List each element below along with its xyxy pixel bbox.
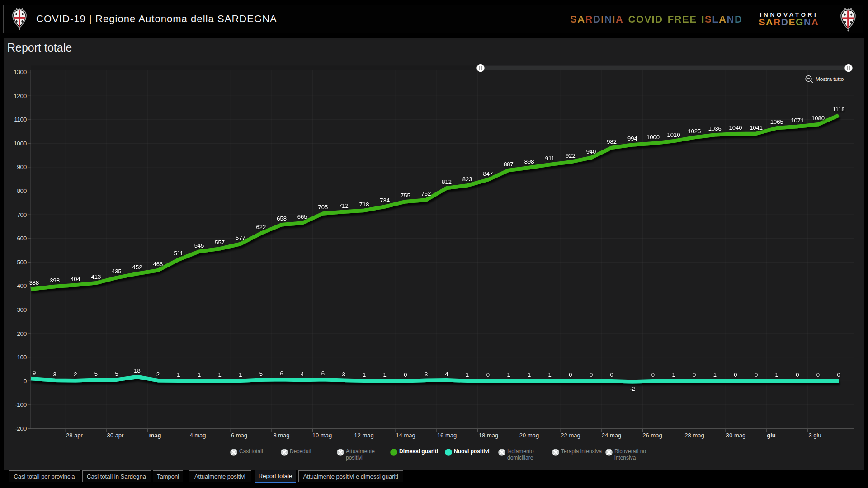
svg-text:900: 900 [17,164,27,170]
svg-text:10 mag: 10 mag [312,432,332,439]
svg-text:0: 0 [610,371,613,378]
svg-text:1000: 1000 [14,140,27,147]
svg-text:300: 300 [17,306,27,313]
svg-text:734: 734 [380,197,390,204]
svg-text:2: 2 [74,371,77,378]
svg-text:557: 557 [215,239,225,246]
svg-text:940: 940 [586,148,596,155]
svg-text:762: 762 [421,190,431,197]
svg-text:1: 1 [528,371,531,378]
svg-text:3: 3 [342,371,345,378]
svg-text:22 mag: 22 mag [561,432,580,439]
svg-text:26 mag: 26 mag [642,432,662,439]
svg-text:823: 823 [462,176,472,183]
svg-text:30 mag: 30 mag [726,432,745,439]
svg-text:-2: -2 [630,385,635,392]
svg-text:1: 1 [383,371,387,378]
svg-text:5: 5 [94,371,98,377]
svg-text:600: 600 [17,235,27,242]
svg-text:1000: 1000 [646,134,660,141]
svg-text:1: 1 [507,371,510,378]
svg-text:1: 1 [363,371,366,378]
svg-text:18: 18 [134,367,140,374]
svg-text:658: 658 [277,215,287,222]
svg-text:466: 466 [153,261,163,267]
svg-text:718: 718 [359,201,369,208]
svg-text:1118: 1118 [833,106,845,113]
svg-text:812: 812 [442,178,452,185]
svg-text:994: 994 [627,135,637,142]
svg-text:1071: 1071 [791,117,804,124]
svg-text:0: 0 [404,371,407,378]
svg-text:28 mag: 28 mag [684,432,704,439]
svg-text:1: 1 [198,371,201,378]
svg-text:1040: 1040 [729,124,742,131]
svg-text:1: 1 [713,371,717,378]
svg-text:500: 500 [17,259,27,266]
svg-text:-200: -200 [15,425,27,432]
svg-text:404: 404 [71,276,80,282]
svg-text:0: 0 [755,371,758,378]
svg-text:435: 435 [112,268,122,275]
svg-text:200: 200 [17,330,27,337]
svg-text:30 apr: 30 apr [107,432,124,439]
svg-text:545: 545 [194,242,204,249]
svg-text:4 mag: 4 mag [189,432,206,439]
svg-text:1: 1 [239,371,242,378]
svg-text:9: 9 [33,370,36,376]
svg-text:388: 388 [29,279,39,286]
svg-text:1065: 1065 [770,118,783,125]
svg-text:705: 705 [318,204,328,211]
svg-text:3: 3 [53,371,56,378]
svg-text:0: 0 [651,371,655,378]
svg-text:8 mag: 8 mag [273,432,289,439]
svg-text:1300: 1300 [14,69,27,75]
svg-text:20 mag: 20 mag [519,432,539,439]
svg-text:1: 1 [672,371,675,378]
svg-text:700: 700 [17,211,27,218]
svg-text:18 mag: 18 mag [479,432,498,439]
svg-text:755: 755 [401,192,410,199]
svg-text:1200: 1200 [14,93,27,99]
svg-text:1036: 1036 [708,125,722,132]
svg-text:1041: 1041 [750,124,763,131]
svg-text:511: 511 [174,250,184,257]
svg-text:0: 0 [734,371,737,378]
svg-text:100: 100 [17,354,27,361]
svg-text:1080: 1080 [811,115,825,122]
svg-text:1025: 1025 [688,128,701,135]
svg-text:400: 400 [17,282,27,289]
svg-text:4: 4 [445,371,448,377]
svg-text:0: 0 [569,371,572,378]
svg-text:3: 3 [425,371,428,378]
svg-text:6: 6 [321,370,325,377]
svg-text:0: 0 [486,371,490,378]
svg-text:Mostra tutto: Mostra tutto [816,76,844,82]
svg-text:1: 1 [177,371,180,378]
svg-text:mag: mag [149,432,161,439]
svg-text:712: 712 [339,202,349,209]
svg-text:1: 1 [775,371,778,378]
svg-text:0: 0 [693,371,696,378]
svg-text:14 mag: 14 mag [396,432,415,439]
svg-text:922: 922 [566,152,576,159]
svg-text:0: 0 [816,371,820,378]
svg-text:982: 982 [607,138,617,145]
svg-text:3 giu: 3 giu [808,432,821,439]
svg-text:800: 800 [17,188,27,194]
svg-text:398: 398 [50,277,60,284]
svg-text:giu: giu [767,432,776,439]
svg-text:5: 5 [259,371,263,377]
svg-text:1100: 1100 [14,116,27,123]
svg-text:-100: -100 [15,401,27,408]
svg-text:1010: 1010 [667,131,680,138]
svg-text:24 mag: 24 mag [602,432,621,439]
svg-text:28 apr: 28 apr [66,432,83,439]
svg-text:5: 5 [115,371,118,377]
svg-text:0: 0 [590,371,593,378]
svg-text:6 mag: 6 mag [231,432,247,439]
svg-text:577: 577 [236,235,245,241]
svg-text:887: 887 [504,161,514,168]
svg-text:413: 413 [91,273,101,280]
svg-text:0: 0 [796,371,799,378]
